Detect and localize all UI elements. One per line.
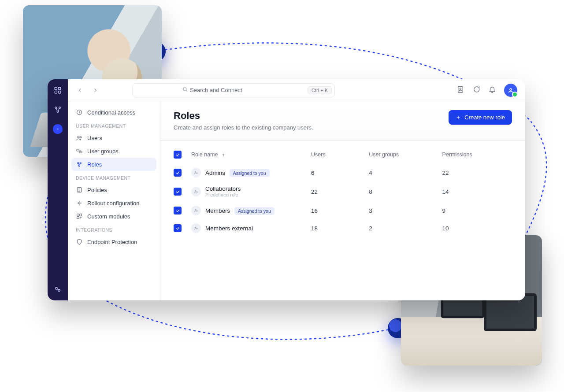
svg-rect-26 (77, 217, 79, 219)
sidebar-item-label: Users (87, 135, 102, 141)
cell-users: 16 (311, 207, 365, 214)
sidebar-item-conditional-access[interactable]: Conditional access (71, 106, 156, 119)
svg-rect-3 (59, 91, 61, 93)
search-shortcut-hint: Ctrl + K (308, 86, 332, 94)
row-checkbox[interactable] (174, 188, 182, 196)
assigned-badge: Assigned to you (230, 169, 270, 177)
nav-back-button[interactable] (76, 86, 85, 95)
sidebar-group-user-management: USER MANAGEMENT (71, 119, 156, 131)
svg-point-6 (57, 111, 59, 113)
svg-point-7 (57, 129, 58, 129)
cell-groups: 2 (369, 225, 438, 232)
cell-groups: 4 (369, 170, 438, 176)
rail-settings-icon[interactable] (53, 124, 63, 134)
svg-point-30 (197, 192, 197, 192)
table-row[interactable]: Members Assigned to you 16 3 9 (174, 202, 512, 219)
svg-rect-1 (59, 87, 61, 89)
page-title: Roles (174, 110, 313, 122)
rail-dashboard-icon[interactable] (53, 85, 63, 95)
rail-integrations-icon[interactable] (53, 285, 63, 294)
sidebar-item-label: User groups (87, 148, 119, 155)
page-subtitle: Create and assign roles to the existing … (174, 124, 313, 131)
svg-rect-2 (55, 91, 57, 93)
sort-asc-icon (221, 153, 226, 157)
role-name: Members (205, 207, 230, 214)
cell-groups: 8 (369, 189, 438, 195)
cell-users: 6 (311, 170, 365, 176)
cell-groups: 3 (369, 207, 438, 214)
bell-icon[interactable] (488, 85, 496, 95)
svg-rect-17 (77, 149, 79, 151)
rail-workflow-icon[interactable] (53, 105, 63, 115)
svg-point-28 (197, 173, 197, 174)
sidebar-item-user-groups[interactable]: User groups (71, 144, 156, 158)
nav-forward-button[interactable] (91, 86, 100, 95)
search-input[interactable]: Search and Connect Ctrl + K (132, 83, 335, 97)
svg-point-27 (195, 171, 196, 172)
sidebar-group-integrations: INTEGRATIONS (71, 223, 156, 235)
sidebar-item-label: Roles (87, 161, 102, 168)
svg-point-4 (55, 107, 57, 109)
sidebar-item-roles[interactable]: Roles (71, 158, 156, 171)
cell-perms: 10 (442, 225, 512, 232)
row-checkbox[interactable] (174, 207, 182, 214)
svg-rect-24 (77, 214, 79, 216)
role-icon (191, 168, 201, 178)
sidebar-item-rollout-configuration[interactable]: Rollout configuration (71, 196, 156, 210)
sidebar-item-label: Custom modules (87, 213, 130, 220)
avatar[interactable] (504, 84, 517, 97)
topbar: Search and Connect Ctrl + K (68, 79, 525, 101)
table-row[interactable]: Members external 18 2 10 (174, 219, 512, 237)
row-checkbox[interactable] (174, 169, 182, 177)
svg-point-21 (78, 165, 80, 166)
sidebar-item-users[interactable]: Users (71, 131, 156, 144)
svg-point-31 (195, 209, 196, 210)
svg-point-5 (59, 107, 61, 109)
main-content: Roles Create and assign roles to the exi… (160, 101, 525, 300)
cta-label: Create new role (464, 114, 505, 121)
create-role-button[interactable]: Create new role (449, 110, 512, 125)
nav-rail (48, 79, 68, 300)
app-window: Search and Connect Ctrl + K Conditional … (48, 79, 525, 300)
svg-point-20 (80, 163, 81, 164)
sidebar-item-label: Policies (87, 187, 107, 193)
chat-icon[interactable] (472, 85, 480, 95)
sidebar-item-endpoint-protection[interactable]: Endpoint Protection (71, 235, 156, 248)
table-row[interactable]: Admins Assigned to you 6 4 22 (174, 164, 512, 181)
svg-point-19 (78, 163, 79, 164)
role-name: Admins (205, 170, 225, 176)
role-icon (191, 223, 201, 233)
roles-table: Role name Users User groups Permissions … (160, 141, 525, 243)
sidebar-item-label: Endpoint Protection (87, 239, 137, 245)
cell-users: 18 (311, 225, 365, 232)
cell-users: 22 (311, 189, 365, 195)
col-role-name[interactable]: Role name (191, 152, 308, 158)
contacts-icon[interactable] (456, 85, 464, 95)
select-all-checkbox[interactable] (174, 151, 182, 159)
cell-perms: 9 (442, 207, 512, 214)
table-row[interactable]: Collaborators Predefined role 22 8 14 (174, 181, 512, 202)
svg-rect-0 (55, 87, 57, 89)
svg-point-10 (183, 87, 186, 90)
search-placeholder: Search and Connect (190, 87, 242, 93)
svg-point-8 (56, 288, 58, 290)
col-permissions[interactable]: Permissions (442, 152, 512, 158)
svg-point-9 (58, 289, 60, 292)
col-user-groups[interactable]: User groups (369, 152, 438, 158)
svg-point-29 (195, 190, 196, 191)
sidebar: Conditional access USER MANAGEMENT Users… (68, 101, 160, 300)
role-subtitle: Predefined role (205, 192, 241, 198)
assigned-badge: Assigned to you (234, 207, 275, 215)
svg-point-23 (78, 202, 80, 204)
cell-perms: 14 (442, 189, 512, 195)
svg-point-13 (510, 88, 512, 90)
row-checkbox[interactable] (174, 224, 182, 232)
svg-rect-25 (80, 214, 82, 216)
svg-point-34 (197, 228, 197, 229)
sidebar-group-device-management: DEVICE MANAGEMENT (71, 171, 156, 183)
sidebar-item-custom-modules[interactable]: Custom modules (71, 210, 156, 223)
sidebar-item-policies[interactable]: Policies (71, 183, 156, 196)
svg-point-33 (195, 227, 196, 228)
col-users[interactable]: Users (311, 152, 365, 158)
role-name: Members external (205, 225, 253, 232)
